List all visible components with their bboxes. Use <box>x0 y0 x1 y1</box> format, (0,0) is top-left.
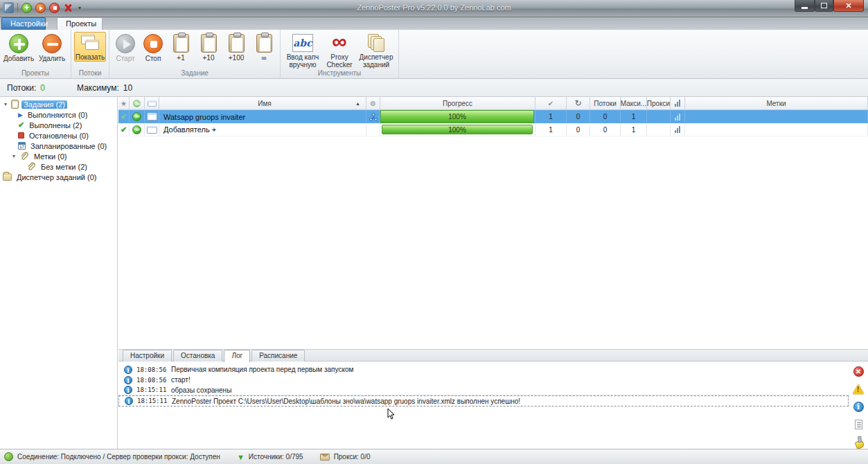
maximize-button[interactable] <box>815 0 833 12</box>
windows-stack-icon <box>80 34 100 52</box>
window-controls: ✕ <box>795 0 864 12</box>
column-threads[interactable]: Потоки <box>590 97 621 110</box>
log-tab-stop[interactable]: Остановка <box>173 350 222 362</box>
add-1-run-button[interactable]: +1 <box>168 32 194 62</box>
clear-log-icon[interactable] <box>851 436 866 450</box>
chevron-down-icon[interactable]: ▾ <box>11 153 17 159</box>
project-name-cell[interactable]: Watsapp gruops invaiter <box>159 110 366 123</box>
manual-captcha-button[interactable]: abc Ввод капч вручную <box>283 32 322 69</box>
errors-filter-icon[interactable]: ✕ <box>853 366 864 377</box>
group-label-task: Задание <box>112 69 277 78</box>
papers-stack-icon <box>367 34 385 52</box>
tree-item-scheduled[interactable]: Запланированные (0) <box>0 141 117 151</box>
column-proxy[interactable]: Прокси <box>647 97 671 110</box>
threads-cell: 0 <box>590 110 621 123</box>
settings-cell[interactable] <box>366 123 380 136</box>
progress-bar: 100% <box>382 125 533 134</box>
column-restarts[interactable]: ↻ <box>567 97 590 110</box>
infinite-runs-button[interactable]: ∞ <box>251 32 277 62</box>
tree-item-no-label[interactable]: Без метки (2) <box>0 161 117 172</box>
tree-item-task-manager[interactable]: Диспетчер заданий (0) <box>0 172 117 182</box>
tree-item-completed[interactable]: ✔ Выполнены (2) <box>0 120 117 130</box>
statistics-cell[interactable] <box>671 123 685 136</box>
tree-item-tasks[interactable]: ▾ Задания (2) <box>0 99 117 109</box>
statistics-cell[interactable] <box>671 110 685 123</box>
log-list-icon[interactable] <box>855 420 862 429</box>
mouse-cursor <box>387 408 396 420</box>
minimize-button[interactable] <box>795 0 815 12</box>
bar-chart-icon <box>675 100 680 107</box>
paperclip-icon <box>26 162 36 172</box>
table-row[interactable]: ✔ Watsapp gruops invaiter 100% 1 0 0 1 <box>118 110 868 123</box>
max-value: 10 <box>123 83 132 93</box>
progress-cell: 100% <box>380 123 535 136</box>
restarts-cell: 0 <box>567 110 590 123</box>
favorite-cell[interactable]: ✔ <box>118 110 130 123</box>
info-filter-icon[interactable]: i <box>853 402 864 412</box>
column-labels[interactable]: Метки <box>685 97 868 110</box>
grid-header-row: ★ Имя▲ ⚙ Прогресс ✔ ↻ Потоки Макси... Пр… <box>118 97 868 110</box>
column-window[interactable] <box>145 97 159 110</box>
log-tab-settings[interactable]: Настройки <box>123 350 172 362</box>
chevron-down-icon[interactable]: ▾ <box>3 101 8 107</box>
window-title: ZennoPoster Pro v5.22.0.0 by ZennoLab.co… <box>0 3 868 12</box>
close-button[interactable]: ✕ <box>833 0 864 12</box>
log-tab-schedule[interactable]: Расписание <box>251 350 305 362</box>
table-row[interactable]: ✔ Добавлятель + 100% 1 0 0 1 <box>118 123 868 136</box>
column-favorite[interactable]: ★ <box>118 97 130 110</box>
window-cell[interactable] <box>145 123 159 136</box>
log-tab-log[interactable]: Лог <box>224 350 250 362</box>
max-threads-cell[interactable]: 1 <box>621 123 647 136</box>
window-icon <box>148 100 157 107</box>
log-entry-selected[interactable]: i 18:15:11 ZennoPoster Проект C:\Users\U… <box>118 395 849 407</box>
log-entry[interactable]: i 18:08:56 старт! <box>118 375 849 385</box>
log-entry[interactable]: i 18:08:56 Первичная компиляция проекта … <box>118 364 849 375</box>
delete-icon <box>42 34 62 53</box>
tree-item-labels[interactable]: ▾ Метки (0) <box>0 151 117 161</box>
download-arrow-icon: ▼ <box>237 453 245 461</box>
start-button[interactable]: Старт <box>112 32 139 63</box>
column-name[interactable]: Имя▲ <box>159 97 366 110</box>
column-settings[interactable]: ⚙ <box>366 97 380 110</box>
column-max-threads[interactable]: Макси... <box>621 97 647 110</box>
warnings-filter-icon[interactable] <box>853 384 864 394</box>
captcha-abc-icon: abc <box>292 34 313 52</box>
ribbon-group-task: Старт Стоп +1 +10 +100 <box>109 30 281 78</box>
group-label-tools: Инструменты <box>283 69 396 78</box>
ribbon-group-projects: Добавить Удалить Проекты <box>0 30 71 78</box>
column-completed[interactable]: ✔ <box>535 97 567 110</box>
settings-cell[interactable] <box>366 110 380 123</box>
clipboard-icon <box>11 100 19 109</box>
tree-item-stopped[interactable]: Остановлены (0) <box>0 130 117 141</box>
column-status[interactable] <box>130 97 145 110</box>
proxy-checker-button[interactable]: ∞ Proxy Checker <box>324 32 355 69</box>
status-cell <box>130 110 145 123</box>
tab-projects[interactable]: Проекты <box>57 17 103 30</box>
add-project-button[interactable]: Добавить <box>3 32 35 63</box>
proxy-cell <box>647 110 671 123</box>
tree-item-running[interactable]: ▶ Выполняются (0) <box>0 109 117 120</box>
favorite-cell[interactable]: ✔ <box>118 123 130 136</box>
project-name-cell[interactable]: Добавлятель + <box>159 123 366 136</box>
tab-settings[interactable]: Настройки <box>1 17 46 30</box>
window-icon <box>147 113 157 121</box>
connection-status-text: Соединение: Подключено / Сервер проверки… <box>17 453 220 461</box>
task-manager-button[interactable]: Диспетчер заданий <box>357 32 396 69</box>
bar-chart-icon <box>675 114 680 121</box>
max-threads-cell[interactable]: 1 <box>621 110 647 123</box>
delete-project-button[interactable]: Удалить <box>36 32 68 63</box>
add-10-runs-button[interactable]: +10 <box>195 32 222 62</box>
add-100-runs-button[interactable]: +100 <box>223 32 249 62</box>
ribbon-group-tools: abc Ввод капч вручную ∞ Proxy Checker Ди… <box>281 30 399 78</box>
info-icon: i <box>124 366 132 374</box>
show-threads-button[interactable]: Показать <box>74 32 106 62</box>
column-statistics[interactable] <box>671 97 685 110</box>
window-cell[interactable] <box>145 110 159 123</box>
calendar-icon <box>18 142 26 150</box>
progress-bar: 100% <box>380 110 534 123</box>
check-icon: ✔ <box>121 112 127 121</box>
ribbon-group-threads: Показать Потоки <box>71 30 109 78</box>
stop-button[interactable]: Стоп <box>140 32 166 63</box>
column-progress[interactable]: Прогресс <box>380 97 535 110</box>
log-entry[interactable]: i 18:15:11 образы сохранены <box>118 385 849 395</box>
